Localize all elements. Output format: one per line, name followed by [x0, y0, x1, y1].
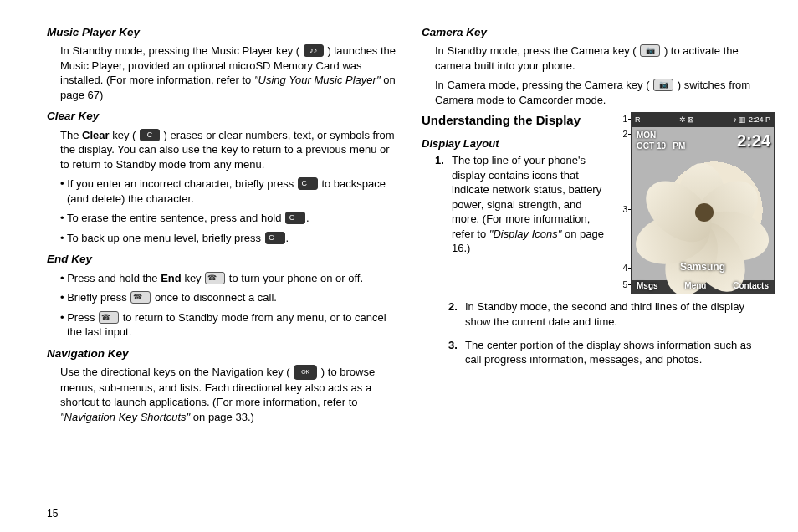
heading-display-layout: Display Layout — [422, 136, 611, 151]
softkey-bar: Msgs Menu Contacts — [632, 278, 774, 294]
para-music-player: In Standby mode, pressing the Music Play… — [60, 43, 398, 102]
understanding-display-row: Understanding the Display Display Layout… — [422, 112, 773, 294]
para-clear-key: The Clear key ( C ) erases or clear numb… — [60, 128, 398, 172]
status-icons: ✲ ⊠ — [679, 115, 695, 125]
clear-key-icon: C — [285, 212, 305, 224]
bullet-end-1: • Press and hold the End key ☎ to turn y… — [60, 271, 398, 286]
ampm-label: PM — [673, 141, 685, 151]
clear-key-icon: C — [298, 177, 318, 190]
callout-2: 2 — [619, 129, 627, 141]
softkey-right: Contacts — [733, 280, 769, 292]
camera-key-icon: 📷 — [640, 44, 660, 57]
softkey-center: Menu — [679, 280, 711, 292]
brand-label: Samsung — [632, 260, 774, 274]
bullet-end-3: • Press ☎ to return to Standby mode from… — [60, 310, 398, 340]
date-label: OCT 19 — [637, 141, 666, 151]
callout-3: 3 — [619, 204, 627, 216]
camera-key-icon: 📷 — [653, 79, 673, 91]
heading-clear-key: Clear Key — [47, 109, 398, 124]
list-item-3: 3.The center portion of the display show… — [448, 338, 773, 367]
para-camera-2: In Camera mode, pressing the Camera key … — [435, 78, 773, 107]
ok-key-icon: OK — [294, 365, 317, 380]
end-key-icon: ☎ — [99, 311, 119, 324]
para-camera-1: In Standby mode, press the Camera key ( … — [435, 43, 773, 73]
clock-label: 2:24 — [737, 130, 770, 152]
bullet-clear-2: • To erase the entire sentence, press an… — [60, 211, 398, 226]
bullet-end-2: • Briefly press ☎ once to disconnect a c… — [60, 290, 398, 305]
manual-page: Music Player Key In Standby mode, pressi… — [0, 0, 798, 436]
clear-key-icon: C — [265, 232, 285, 244]
clear-key-icon: C — [140, 129, 160, 141]
date-time-bar: MON OCT 19 PM 2:24 — [632, 127, 774, 154]
callout-4: 4 — [619, 263, 627, 274]
heading-music-player-key: Music Player Key — [47, 25, 398, 40]
page-number: 15 — [47, 507, 58, 520]
callout-5: 5 — [619, 279, 627, 291]
list-item-1: 1. The top line of your phone's display … — [435, 153, 611, 256]
heading-end-key: End Key — [47, 252, 398, 267]
callout-1: 1 — [619, 114, 627, 125]
right-column: Camera Key In Standby mode, press the Ca… — [422, 18, 773, 429]
softkey-left: Msgs — [637, 280, 658, 292]
bullet-clear-1: • If you enter an incorrect character, b… — [60, 176, 398, 206]
para-navigation-key: Use the directional keys on the Navigati… — [60, 365, 398, 424]
heading-camera-key: Camera Key — [422, 25, 773, 40]
list-item-2: 2.In Standby mode, the second and third … — [448, 299, 773, 329]
status-right-icons: ♪ ▥ 2:24 P — [733, 115, 770, 125]
end-key-icon: ☎ — [205, 272, 225, 284]
heading-understanding-display: Understanding the Display — [422, 112, 611, 129]
bullet-clear-3: • To back up one menu level, briefly pre… — [60, 231, 398, 246]
weekday-label: MON — [637, 130, 656, 140]
roaming-icon: R — [635, 115, 641, 125]
status-bar: R ✲ ⊠ ♪ ▥ 2:24 P — [632, 113, 774, 126]
end-key-icon: ☎ — [130, 291, 151, 304]
music-player-key-icon: ♪♪ — [304, 44, 324, 57]
heading-navigation-key: Navigation Key — [47, 346, 398, 361]
left-column: Music Player Key In Standby mode, pressi… — [47, 18, 398, 429]
phone-screen: R ✲ ⊠ ♪ ▥ 2:24 P MON OCT 19 PM 2:24 Sams… — [631, 112, 775, 294]
phone-display-figure: 1 2 3 4 5 R ✲ ⊠ — [619, 112, 773, 294]
